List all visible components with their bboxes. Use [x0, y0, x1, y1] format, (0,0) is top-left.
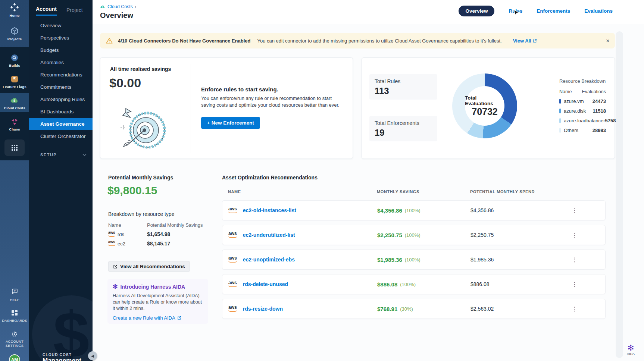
table-row: awsec2-old-instances-list $4,356.86(100%…	[222, 200, 606, 220]
aws-logo-icon: aws	[228, 256, 237, 263]
page-header: $ Cloud Costs › Overview Overview Rules …	[93, 0, 644, 24]
breakdown-title: Breakdown by resource type	[108, 211, 174, 217]
sidebar-item-chaos[interactable]: Chaos	[0, 114, 29, 134]
dollar-watermark: $	[32, 295, 93, 361]
rule-link[interactable]: awsrds-delete-unused	[228, 281, 288, 288]
rule-link[interactable]: awsrds-resize-down	[228, 305, 283, 312]
tab-enforcements[interactable]: Enforcements	[537, 8, 570, 14]
total-rules-stat: Total Rules 113	[369, 74, 437, 100]
aida-promo-card: ✻ Introducing Harness AIDA Harness AI De…	[107, 279, 208, 324]
module-picker-button[interactable]	[4, 139, 25, 156]
sidebar-collapse-button[interactable]: ◀	[88, 351, 97, 360]
donut-center-label: Total Evaluations	[465, 95, 504, 106]
warning-icon	[106, 38, 113, 44]
chaos-icon	[10, 117, 19, 126]
rail-bottom-section: ? HELP DASHBOARDS ACCOUNTSETTINGS AM	[0, 287, 29, 361]
governance-warning-banner: 4/10 Cloud Connectors Do Not Have Govern…	[100, 33, 615, 48]
tab-project[interactable]: Project	[66, 7, 83, 16]
aws-logo-icon: aws	[228, 231, 237, 238]
sidebar-item-cloud-costs[interactable]: $ Cloud Costs	[0, 93, 29, 112]
sidebar-item-bi-dashboards[interactable]: BI Dashboards	[29, 106, 93, 118]
setup-section-toggle[interactable]: SETUP	[29, 147, 93, 157]
legend-swatch	[559, 109, 561, 113]
row-menu-icon[interactable]: ⋮	[572, 256, 578, 263]
tab-overview[interactable]: Overview	[459, 6, 494, 16]
sidebar-item-feature-flags[interactable]: Feature Flags	[0, 72, 29, 91]
create-rule-with-aida-link[interactable]: Create a new Rule with AIDA	[113, 315, 203, 321]
svg-text:$: $	[102, 6, 103, 8]
divider	[191, 64, 191, 153]
tab-rules[interactable]: Rules	[509, 8, 522, 14]
sidebar-item-builds[interactable]: Builds	[0, 51, 29, 70]
governance-stats-card: Total Rules 113 Total Enforcements 19 To…	[362, 57, 615, 159]
feature-flags-icon	[10, 75, 19, 84]
banner-title: 4/10 Cloud Connectors Do Not Have Govern…	[118, 38, 250, 44]
scope-tabs: Account Project	[29, 0, 93, 16]
realised-savings-card: All time realised savings $0.00 Enforce …	[100, 57, 353, 159]
legend-row: azure.loadbalancer5758	[559, 118, 606, 123]
rule-link[interactable]: awsec2-underutilized-list	[228, 232, 295, 238]
cloud-costs-icon: $	[10, 96, 19, 105]
sidebar-item-asset-governance[interactable]: Asset Governance	[29, 118, 93, 130]
sidebar-item-cluster-orchestrator[interactable]: Cluster Orchestrator	[29, 130, 93, 142]
sidebar-item-commitments[interactable]: Commitments	[29, 81, 93, 93]
sidebar-item-overview[interactable]: Overview	[29, 19, 93, 32]
sidebar-item-projects[interactable]: Projects	[0, 24, 29, 43]
dashboards-button[interactable]: DASHBOARDS	[0, 308, 29, 323]
view-all-recommendations-button[interactable]: View all Recommendations	[108, 261, 190, 272]
dashboards-label: DASHBOARDS	[0, 318, 29, 323]
governance-tabs: Overview Rules Enforcements Evaluations	[459, 6, 613, 16]
sidebar-item-anomalies[interactable]: Anomalies	[29, 56, 93, 69]
legend-row: azure.disk11518	[559, 108, 606, 114]
help-button[interactable]: ? HELP	[0, 287, 29, 302]
sidebar-item-home[interactable]: Home	[0, 0, 29, 20]
tab-account[interactable]: Account	[36, 6, 57, 16]
close-icon[interactable]: ×	[606, 38, 610, 44]
donut-center-value: 70732	[472, 106, 498, 117]
sidebar-item-perspectives[interactable]: Perspectives	[29, 32, 93, 44]
legend-swatch	[559, 128, 561, 133]
scrollbar-track[interactable]	[616, 31, 623, 358]
monthly-spend-cell: $886.08	[471, 281, 490, 287]
row-menu-icon[interactable]: ⋮	[572, 232, 578, 239]
avatar[interactable]: AM	[9, 354, 20, 361]
rule-link[interactable]: awsec2-unoptimized-ebs	[228, 256, 295, 263]
tab-evaluations[interactable]: Evaluations	[584, 8, 613, 14]
row-menu-icon[interactable]: ⋮	[572, 281, 578, 288]
monthly-savings-cell: $768.91(30%)	[377, 306, 413, 312]
realised-savings-title: All time realised savings	[110, 66, 171, 72]
breadcrumb[interactable]: $ Cloud Costs ›	[100, 4, 136, 9]
legend-label: azure.vm	[564, 98, 584, 104]
evaluations-donut: Total Evaluations 70732	[452, 73, 517, 138]
enforce-cta-body: You can enforce/run any rule or rule rec…	[201, 95, 343, 108]
sidebar-item-autostopping-rules[interactable]: AutoStopping Rules	[29, 93, 93, 106]
sidebar-item-recommendations[interactable]: Recommendations	[29, 69, 93, 81]
legend-label: azure.loadbalancer	[564, 118, 605, 123]
account-settings-label: ACCOUNTSETTINGS	[0, 339, 29, 348]
aida-flower-icon: ✻	[627, 344, 635, 352]
legend-row: Others28983	[559, 128, 606, 133]
banner-view-all-link[interactable]: View All	[513, 38, 537, 44]
row-menu-icon[interactable]: ⋮	[572, 207, 578, 214]
svg-text:$: $	[13, 99, 15, 103]
row-menu-icon[interactable]: ⋮	[572, 305, 578, 313]
sidebar-item-budgets[interactable]: Budgets	[29, 44, 93, 56]
rule-link[interactable]: awsec2-old-instances-list	[228, 207, 296, 214]
total-rules-label: Total Rules	[375, 78, 432, 84]
enforce-cta-title: Enforce rules to start saving.	[201, 86, 278, 92]
module-rail: Home Projects Builds Feature Flags $ Clo…	[0, 0, 29, 361]
aida-card-header: ✻ Introducing Harness AIDA	[113, 284, 203, 290]
module-label: Builds	[0, 63, 29, 68]
help-chat-icon: ?	[10, 288, 19, 296]
aida-card-body: Harness AI Development Assistant (AIDA) …	[113, 293, 203, 312]
aida-assistant-button[interactable]: ✻ AIDA	[627, 344, 635, 356]
account-settings-button[interactable]: ACCOUNTSETTINGS	[0, 329, 29, 348]
aws-logo-icon: aws	[228, 280, 237, 287]
aws-logo-icon: aws	[228, 305, 237, 312]
harness-logo-icon	[10, 3, 19, 12]
sidebar-footer: CLOUD COST Management	[43, 353, 81, 361]
total-enforcements-label: Total Enforcements	[375, 120, 432, 126]
external-link-icon	[533, 39, 537, 43]
monthly-savings-cell: $886.08(100%)	[377, 281, 416, 288]
new-enforcement-button[interactable]: + New Enforcement	[201, 117, 260, 129]
